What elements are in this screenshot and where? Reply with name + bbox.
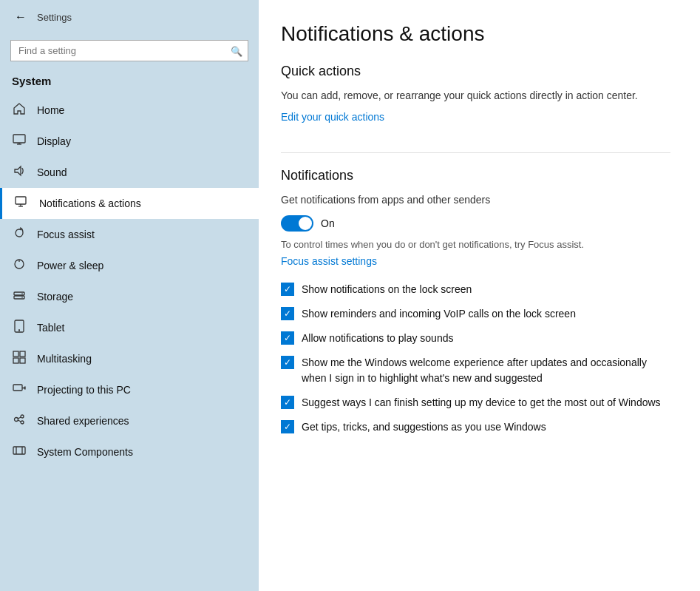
tablet-icon xyxy=(12,320,27,336)
sidebar-item-label-focus-assist: Focus assist xyxy=(37,229,95,240)
check-icon: ✓ xyxy=(284,285,291,294)
svg-point-20 xyxy=(15,418,18,422)
svg-rect-9 xyxy=(14,292,24,295)
svg-rect-15 xyxy=(13,351,18,357)
quick-actions-title: Quick actions xyxy=(281,64,670,79)
search-input[interactable] xyxy=(10,40,248,61)
toggle-track xyxy=(281,215,313,232)
check-icon: ✓ xyxy=(284,309,291,318)
page-title: Notifications & actions xyxy=(281,22,670,46)
check-icon: ✓ xyxy=(284,398,291,407)
checkbox-row-tips: ✓Get tips, tricks, and suggestions as yo… xyxy=(281,419,670,435)
check-icon: ✓ xyxy=(284,422,291,431)
svg-rect-4 xyxy=(16,197,26,204)
nav-list: HomeDisplaySoundNotifications & actionsF… xyxy=(0,95,259,467)
projecting-icon xyxy=(12,382,27,398)
svg-point-21 xyxy=(21,415,24,418)
checkbox-row-voip: ✓Show reminders and incoming VoIP calls … xyxy=(281,306,670,322)
display-icon xyxy=(12,133,27,149)
sidebar-item-label-sound: Sound xyxy=(37,166,67,178)
svg-point-12 xyxy=(21,297,23,298)
svg-point-22 xyxy=(21,421,24,424)
checkbox-tips[interactable]: ✓ xyxy=(281,420,294,433)
checkbox-label-voip: Show reminders and incoming VoIP calls o… xyxy=(302,306,576,322)
sidebar-item-sound[interactable]: Sound xyxy=(0,157,259,188)
checkbox-label-lock-screen: Show notifications on the lock screen xyxy=(302,282,472,297)
edit-quick-actions-link[interactable]: Edit your quick actions xyxy=(281,111,384,123)
toggle-state-label: On xyxy=(321,217,335,229)
svg-marker-3 xyxy=(15,166,21,175)
notifications-toggle-row: On xyxy=(281,215,670,232)
checkbox-row-welcome: ✓Show me the Windows welcome experience … xyxy=(281,355,670,386)
sidebar-item-projecting[interactable]: Projecting to this PC xyxy=(0,374,259,405)
svg-rect-25 xyxy=(13,447,25,454)
sidebar-item-label-tablet: Tablet xyxy=(37,322,64,334)
checkbox-row-sounds: ✓Allow notifications to play sounds xyxy=(281,331,670,346)
checkbox-label-tips: Get tips, tricks, and suggestions as you… xyxy=(302,419,546,435)
sidebar-item-shared-experiences[interactable]: Shared experiences xyxy=(0,405,259,436)
toggle-thumb xyxy=(299,217,312,230)
sidebar-item-label-home: Home xyxy=(37,104,64,116)
sidebar-item-focus-assist[interactable]: Focus assist xyxy=(0,219,259,250)
checkbox-label-setup: Suggest ways I can finish setting up my … xyxy=(302,395,661,411)
checkbox-welcome[interactable]: ✓ xyxy=(281,356,294,369)
storage-icon xyxy=(12,288,27,305)
sound-icon xyxy=(12,164,27,180)
focus-assist-icon xyxy=(12,226,27,243)
notifications-title: Notifications xyxy=(281,168,670,183)
check-icon: ✓ xyxy=(284,334,291,342)
focus-assist-link[interactable]: Focus assist settings xyxy=(281,255,377,267)
checkbox-setup[interactable]: ✓ xyxy=(281,396,294,409)
checkbox-voip[interactable]: ✓ xyxy=(281,307,294,320)
sidebar-item-power-sleep[interactable]: Power & sleep xyxy=(0,250,259,281)
sidebar-item-label-storage: Storage xyxy=(37,291,73,303)
shared-experiences-icon xyxy=(12,413,27,429)
sidebar-item-home[interactable]: Home xyxy=(0,95,259,126)
sidebar-item-label-power-sleep: Power & sleep xyxy=(37,260,103,271)
checkbox-sounds[interactable]: ✓ xyxy=(281,331,294,345)
get-notifications-label: Get notifications from apps and other se… xyxy=(281,192,670,208)
search-box: 🔍 xyxy=(10,40,248,61)
svg-rect-17 xyxy=(13,358,18,363)
power-sleep-icon xyxy=(12,257,27,274)
svg-rect-18 xyxy=(20,358,25,363)
focus-assist-desc: To control times when you do or don't ge… xyxy=(281,237,670,252)
checkbox-row-setup: ✓Suggest ways I can finish setting up my… xyxy=(281,395,670,411)
quick-actions-desc: You can add, remove, or rearrange your q… xyxy=(281,88,670,104)
notifications-toggle[interactable] xyxy=(281,215,313,232)
sidebar-item-notifications[interactable]: Notifications & actions xyxy=(0,188,259,219)
divider-1 xyxy=(281,152,670,153)
sidebar: ← Settings 🔍 System HomeDisplaySoundNoti… xyxy=(0,0,259,591)
sidebar-item-display[interactable]: Display xyxy=(0,126,259,157)
sidebar-item-label-projecting: Projecting to this PC xyxy=(37,384,131,396)
sidebar-item-label-shared-experiences: Shared experiences xyxy=(37,415,129,427)
svg-rect-0 xyxy=(13,135,25,143)
svg-rect-10 xyxy=(14,296,24,299)
search-icon: 🔍 xyxy=(231,45,242,56)
sidebar-item-label-multitasking: Multitasking xyxy=(37,353,92,365)
sidebar-item-tablet[interactable]: Tablet xyxy=(0,312,259,343)
checkbox-lock-screen[interactable]: ✓ xyxy=(281,283,294,296)
main-content: Notifications & actions Quick actions Yo… xyxy=(259,0,700,591)
checkboxes-list: ✓Show notifications on the lock screen✓S… xyxy=(281,282,670,435)
home-icon xyxy=(12,102,27,118)
sidebar-item-system-components[interactable]: System Components xyxy=(0,436,259,467)
system-section-label: System xyxy=(0,69,259,95)
sidebar-item-multitasking[interactable]: Multitasking xyxy=(0,343,259,374)
svg-point-11 xyxy=(21,293,23,294)
svg-line-24 xyxy=(18,420,21,422)
svg-rect-16 xyxy=(20,351,25,357)
checkbox-row-lock-screen: ✓Show notifications on the lock screen xyxy=(281,282,670,297)
notifications-icon xyxy=(14,195,29,212)
checkbox-label-sounds: Allow notifications to play sounds xyxy=(302,331,453,346)
back-button[interactable]: ← xyxy=(12,9,30,25)
sidebar-item-label-display: Display xyxy=(37,135,71,147)
checkbox-label-welcome: Show me the Windows welcome experience a… xyxy=(302,355,670,386)
multitasking-icon xyxy=(12,351,27,367)
sidebar-item-label-system-components: System Components xyxy=(37,446,133,458)
sidebar-item-storage[interactable]: Storage xyxy=(0,281,259,312)
system-components-icon xyxy=(12,444,27,460)
settings-title: Settings xyxy=(37,12,72,23)
svg-line-23 xyxy=(18,417,21,419)
check-icon: ✓ xyxy=(284,358,291,367)
